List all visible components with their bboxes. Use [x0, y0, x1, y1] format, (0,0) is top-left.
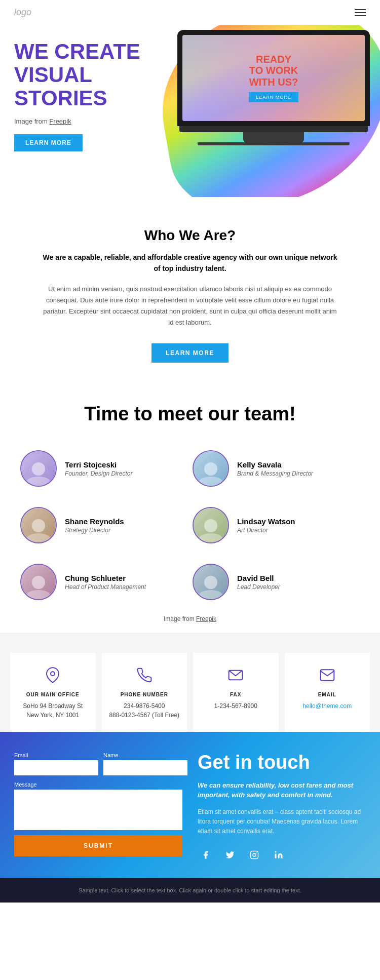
- message-label: Message: [14, 781, 182, 788]
- laptop-with-us-text: WITH US?: [249, 76, 298, 88]
- header: logo: [0, 0, 380, 25]
- contact-card-info: SoHo 94 Broadway StNew York, NY 1001: [17, 701, 89, 720]
- linkedin-icon[interactable]: [271, 847, 287, 863]
- team-member-role: Founder, Design Director: [65, 470, 132, 477]
- get-in-touch-title: Get in touch: [198, 752, 366, 773]
- svg-point-0: [51, 672, 55, 676]
- team-info: Kelly Savala Brand & Messaging Director: [237, 460, 313, 477]
- contact-cards: OUR MAIN OFFICE SoHo 94 Broadway StNew Y…: [10, 653, 370, 732]
- contact-card-info: 234-9876-5400888-0123-4567 (Toll Free): [109, 701, 180, 720]
- team-image-credit: Image from Freepik: [20, 615, 360, 622]
- svg-point-3: [253, 853, 256, 856]
- svg-point-4: [256, 852, 257, 853]
- team-info: Chung Schlueter Head of Product Manageme…: [65, 574, 146, 591]
- laptop-ready-text: READY: [249, 54, 298, 65]
- team-section: Time to meet our team! Terri Stojceski F…: [0, 383, 380, 633]
- team-member: Chung Schlueter Head of Product Manageme…: [20, 559, 187, 605]
- contact-form: Email Name Message SUBMIT: [14, 752, 182, 863]
- contact-card: PHONE NUMBER 234-9876-5400888-0123-4567 …: [102, 653, 187, 732]
- footer-text: Sample text. Click to select the text bo…: [79, 887, 301, 893]
- contact-icon: [200, 667, 272, 687]
- team-avatar: [193, 507, 229, 543]
- twitter-icon[interactable]: [222, 847, 238, 863]
- team-info: Terri Stojceski Founder, Design Director: [65, 460, 132, 477]
- team-member: David Bell Lead Developer: [193, 559, 360, 605]
- who-learn-more-button[interactable]: LEARN MORE: [151, 343, 229, 363]
- contact-card-info: hello@theme.com: [292, 701, 363, 711]
- who-section: Who We Are? We are a capable, reliable, …: [0, 197, 380, 383]
- submit-button[interactable]: SUBMIT: [14, 835, 182, 856]
- contact-icon: [109, 667, 180, 687]
- email-input[interactable]: [14, 760, 98, 775]
- instagram-icon[interactable]: [246, 847, 262, 863]
- laptop-to-work-text: TO WORK: [249, 65, 298, 76]
- team-member: Shane Reynolds Strategy Director: [20, 502, 187, 548]
- hero-learn-more-button[interactable]: LEARN MORE: [14, 134, 83, 151]
- team-freepik-link[interactable]: Freepik: [196, 615, 216, 622]
- hamburger-menu[interactable]: [355, 9, 366, 16]
- team-avatar: [193, 564, 229, 600]
- contact-icon: [17, 667, 89, 687]
- name-input[interactable]: [103, 760, 187, 775]
- team-avatar: [20, 564, 57, 600]
- team-member-name: Shane Reynolds: [65, 517, 124, 526]
- social-icons: [198, 847, 366, 863]
- team-info: Shane Reynolds Strategy Director: [65, 517, 124, 534]
- who-title: Who We Are?: [41, 227, 339, 244]
- laptop: READY TO WORK WITH US? LEARN MORE: [177, 30, 370, 145]
- contact-info: Get in touch We can ensure reliability, …: [198, 752, 366, 863]
- team-info: Lindsay Watson Art Director: [237, 517, 295, 534]
- hero-content: WE CREATE VISUAL STORIES Image from Free…: [14, 40, 146, 151]
- team-member-name: Kelly Savala: [237, 460, 313, 469]
- contact-card-title: PHONE NUMBER: [109, 692, 180, 697]
- team-member-role: Strategy Director: [65, 527, 124, 534]
- team-member: Lindsay Watson Art Director: [193, 502, 360, 548]
- laptop-screen-content: READY TO WORK WITH US? LEARN MORE: [249, 54, 298, 102]
- contact-card: OUR MAIN OFFICE SoHo 94 Broadway StNew Y…: [10, 653, 96, 732]
- contact-card-title: FAX: [200, 692, 272, 697]
- get-in-touch-section: Email Name Message SUBMIT Get in touch W…: [0, 732, 380, 878]
- contact-info-section: OUR MAIN OFFICE SoHo 94 Broadway StNew Y…: [0, 633, 380, 732]
- who-bold-text: We are a capable, reliable, and affordab…: [41, 252, 339, 275]
- team-member-role: Lead Developer: [237, 583, 280, 591]
- contact-card: FAX 1-234-567-8900: [193, 653, 279, 732]
- form-row-email-name: Email Name: [14, 752, 182, 775]
- contact-card: EMAIL hello@theme.com: [285, 653, 370, 732]
- facebook-icon[interactable]: [198, 847, 214, 863]
- team-member-name: Lindsay Watson: [237, 517, 295, 526]
- hero-section: WE CREATE VISUAL STORIES Image from Free…: [0, 25, 380, 197]
- laptop-mockup: READY TO WORK WITH US? LEARN MORE: [167, 30, 380, 145]
- footer: Sample text. Click to select the text bo…: [0, 878, 380, 903]
- laptop-body: READY TO WORK WITH US? LEARN MORE: [177, 30, 370, 126]
- laptop-btn[interactable]: LEARN MORE: [249, 92, 298, 102]
- email-form-group: Email: [14, 752, 98, 775]
- laptop-screen: READY TO WORK WITH US? LEARN MORE: [182, 35, 365, 121]
- team-member: Terri Stojceski Founder, Design Director: [20, 445, 187, 492]
- team-member-role: Head of Product Management: [65, 583, 146, 591]
- svg-rect-5: [275, 853, 277, 858]
- team-member-name: David Bell: [237, 574, 280, 582]
- team-member-role: Art Director: [237, 527, 295, 534]
- freepik-link[interactable]: Freepik: [49, 117, 71, 125]
- team-title: Time to meet our team!: [20, 403, 360, 425]
- svg-rect-2: [251, 851, 258, 858]
- team-member: Kelly Savala Brand & Messaging Director: [193, 445, 360, 492]
- team-avatar: [20, 507, 57, 543]
- svg-point-6: [275, 851, 277, 852]
- who-body-text: Ut enim ad minim veniam, quis nostrud ex…: [41, 284, 339, 328]
- contact-icon: [292, 667, 363, 687]
- team-member-name: Terri Stojceski: [65, 460, 132, 469]
- logo: logo: [14, 7, 31, 18]
- message-input[interactable]: [14, 790, 182, 830]
- contact-card-title: EMAIL: [292, 692, 363, 697]
- contact-body: Etiam sit amet convallis erat – class ap…: [198, 807, 366, 837]
- hero-subtitle: Image from Freepik: [14, 117, 146, 125]
- contact-tagline: We can ensure reliability, low cost fare…: [198, 780, 366, 800]
- team-member-name: Chung Schlueter: [65, 574, 146, 582]
- team-avatar: [193, 450, 229, 487]
- team-avatar: [20, 450, 57, 487]
- team-info: David Bell Lead Developer: [237, 574, 280, 591]
- hero-title: WE CREATE VISUAL STORIES: [14, 40, 146, 110]
- email-link[interactable]: hello@theme.com: [302, 702, 352, 710]
- contact-card-title: OUR MAIN OFFICE: [17, 692, 89, 697]
